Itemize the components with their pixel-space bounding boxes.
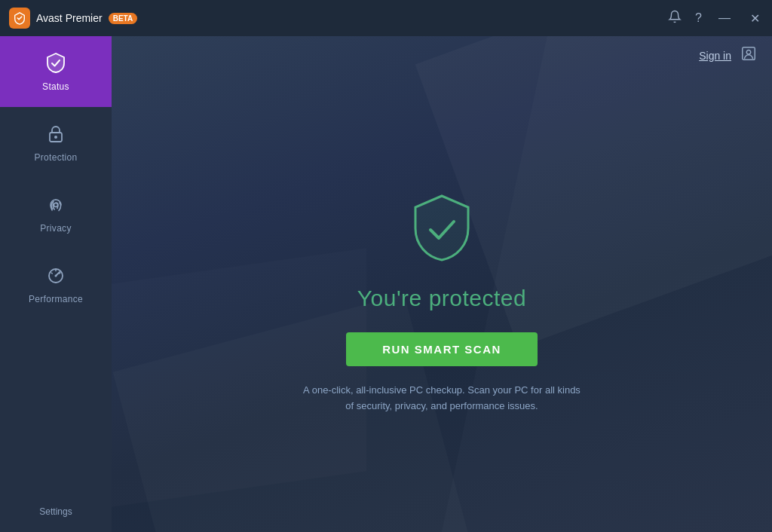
sidebar-item-privacy-label: Privacy (40, 223, 71, 234)
signin-link[interactable]: Sign in (699, 50, 731, 62)
close-button[interactable]: ✕ (747, 10, 763, 27)
protected-shield-icon (408, 192, 476, 271)
sidebar-item-settings[interactable]: Settings (0, 491, 112, 532)
sidebar-item-privacy[interactable]: Privacy (0, 178, 112, 249)
svg-point-9 (746, 50, 751, 54)
privacy-fingerprint-icon (44, 193, 68, 217)
svg-line-6 (60, 273, 60, 274)
app-logo (9, 8, 30, 29)
sidebar-item-performance[interactable]: Performance (0, 249, 112, 320)
performance-gauge-icon (44, 264, 68, 288)
app-body: Status Protection Privacy (0, 36, 772, 532)
center-content: You're protected RUN SMART SCAN A one-cl… (112, 75, 772, 532)
protected-text: You're protected (357, 286, 526, 311)
sidebar-item-protection[interactable]: Protection (0, 107, 112, 178)
window-controls: ? — ✕ (668, 10, 763, 27)
svg-line-7 (51, 273, 52, 274)
help-icon[interactable]: ? (695, 11, 702, 25)
svg-point-1 (54, 136, 57, 139)
app-name: Avast Premier (36, 12, 103, 24)
notification-icon[interactable] (668, 10, 682, 26)
profile-icon[interactable] (740, 45, 757, 66)
titlebar: Avast Premier BETA ? — ✕ (0, 0, 772, 36)
sidebar-item-status[interactable]: Status (0, 36, 112, 107)
beta-badge: BETA (109, 13, 137, 24)
topbar: Sign in (112, 36, 772, 75)
sidebar-item-performance-label: Performance (29, 294, 83, 304)
main-content: Sign in You're protected RUN SMART SCAN (112, 36, 772, 532)
svg-point-4 (55, 275, 57, 277)
sidebar-item-protection-label: Protection (34, 152, 77, 163)
status-shield-icon (44, 51, 68, 75)
scan-description: A one-click, all-inclusive PC checkup. S… (299, 383, 585, 414)
minimize-button[interactable]: — (715, 10, 734, 26)
run-smart-scan-button[interactable]: RUN SMART SCAN (346, 332, 538, 366)
sidebar: Status Protection Privacy (0, 36, 112, 532)
sidebar-item-status-label: Status (42, 81, 69, 92)
settings-label: Settings (39, 506, 72, 517)
protection-lock-icon (44, 122, 68, 146)
